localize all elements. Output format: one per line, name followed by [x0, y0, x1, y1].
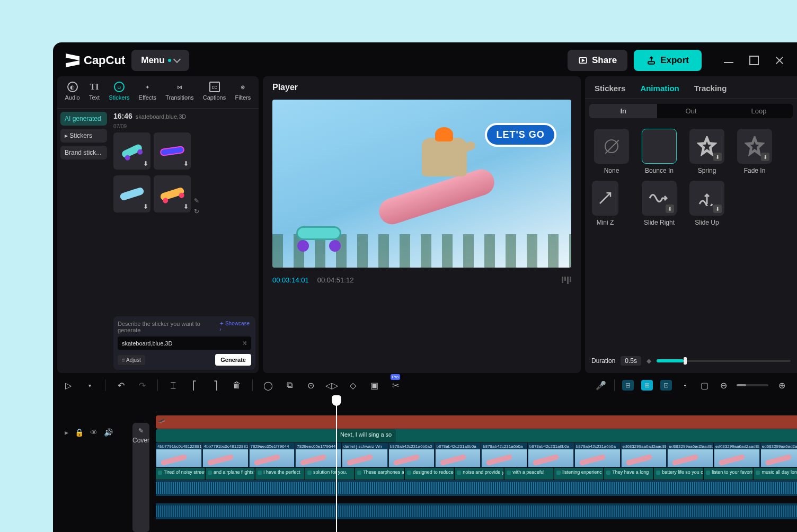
- mic-button[interactable]: 🎤: [595, 379, 607, 391]
- sticker-result[interactable]: ⬇: [154, 175, 191, 212]
- media-tab-captions[interactable]: ccCaptions: [200, 79, 229, 103]
- redo-button[interactable]: ↷: [136, 379, 148, 391]
- anim-bounce-in[interactable]: Bounce In: [637, 129, 681, 174]
- caption-clip[interactable]: battery life so you ca: [654, 468, 703, 480]
- generate-button[interactable]: Generate: [215, 354, 251, 366]
- subtab-out[interactable]: Out: [657, 104, 725, 118]
- window-minimize[interactable]: [724, 58, 733, 63]
- subtab-in[interactable]: In: [589, 104, 657, 118]
- copy-tool[interactable]: ⧉: [284, 379, 295, 391]
- zoom-out[interactable]: ⊖: [718, 379, 729, 391]
- trim-left-tool[interactable]: ⎡: [189, 379, 200, 391]
- showcase-link[interactable]: ✦ Showcase ›: [219, 321, 251, 333]
- track-visibility-icon[interactable]: 👁: [90, 428, 98, 437]
- timeline-ruler[interactable]: [156, 400, 797, 412]
- audio-track-2[interactable]: [156, 503, 797, 519]
- trim-right-tool[interactable]: ⎤: [210, 379, 222, 391]
- speed-tool[interactable]: ⊙: [305, 379, 316, 391]
- video-clip[interactable]: daniel-j-schwarz-Wn: [342, 443, 388, 467]
- align-tool[interactable]: ⫞: [679, 379, 691, 391]
- duration-value[interactable]: 0.5s: [621, 356, 641, 366]
- crop-tool[interactable]: ▣: [368, 379, 380, 391]
- download-icon[interactable]: ⬇: [143, 203, 148, 210]
- canvas-sticker[interactable]: [296, 226, 349, 247]
- subtab-loop[interactable]: Loop: [725, 104, 793, 118]
- video-clip[interactable]: b878ab42c231a6b0a: [435, 443, 481, 467]
- anim-fade-in[interactable]: ⬇ Fade In: [732, 129, 777, 174]
- selection-tool[interactable]: ▷: [63, 379, 74, 391]
- caption-clip[interactable]: with a peaceful: [504, 468, 554, 480]
- duration-stepper-icon[interactable]: ◆: [647, 357, 651, 365]
- track-mute-icon[interactable]: 🔊: [104, 428, 113, 437]
- timeline-tracks[interactable]: 🛹 Next, I will sing a so 4bb7791bc0c4812…: [156, 396, 797, 532]
- cover-button[interactable]: ✎ Cover: [132, 423, 149, 532]
- anim-spring[interactable]: ⬇ Spring: [685, 129, 729, 174]
- caption-clip[interactable]: I have the perfect: [255, 468, 305, 480]
- caption-clip[interactable]: and airplane flights?: [206, 468, 255, 480]
- video-clip[interactable]: ed683299aa6ad2aad8b3: [667, 443, 713, 467]
- caption-clip[interactable]: Tired of noisy streets: [156, 468, 205, 480]
- marker-tool[interactable]: ◯: [262, 379, 274, 391]
- player-viewport[interactable]: LET'S GO: [272, 100, 571, 268]
- snap-mode-3[interactable]: ⊡: [660, 380, 672, 391]
- generator-input[interactable]: [122, 340, 222, 347]
- media-tab-text[interactable]: TIText: [86, 79, 103, 103]
- video-clip[interactable]: ed683299aa6ad2aad8b3: [621, 443, 667, 467]
- video-clip[interactable]: 4bb7791bc0c481228811f4: [202, 443, 249, 467]
- playhead[interactable]: [336, 396, 337, 532]
- duration-slider[interactable]: [657, 360, 791, 362]
- mirror-tool[interactable]: ◁▷: [326, 379, 338, 391]
- anim-none[interactable]: None: [589, 129, 634, 174]
- split-tool[interactable]: ⌶: [167, 379, 179, 391]
- anim-slide-right[interactable]: ⬇ Slide Right: [637, 181, 681, 226]
- rotate-tool[interactable]: ◇: [347, 379, 359, 391]
- media-tab-transitions[interactable]: ⋈Transitions: [162, 79, 197, 103]
- zoom-in[interactable]: ⊕: [776, 379, 787, 391]
- caption-clip[interactable]: listening experienc: [554, 468, 604, 480]
- video-clip[interactable]: b878ab42c231a6b0a: [481, 443, 527, 467]
- caption-clip[interactable]: These earphones a: [355, 468, 404, 480]
- download-icon[interactable]: ⬇: [183, 203, 189, 210]
- text-clip[interactable]: Next, I will sing a so: [336, 429, 396, 442]
- sticker-track[interactable]: 🛹: [156, 415, 797, 429]
- tab-tracking[interactable]: Tracking: [694, 84, 727, 93]
- video-clip[interactable]: b878ab42c231a6b0a0: [388, 443, 435, 467]
- anim-mini-z[interactable]: Mini Z: [589, 181, 621, 226]
- undo-button[interactable]: ↶: [115, 379, 127, 391]
- category-ai-generated[interactable]: AI generated: [60, 112, 107, 126]
- sticker-result[interactable]: ⬇: [113, 132, 150, 170]
- sticker-result[interactable]: ⬇: [154, 132, 191, 170]
- video-track[interactable]: 4bb7791bc0c481228811f44bb7791bc0c4812288…: [156, 443, 797, 467]
- shuffle-icon[interactable]: ⤨: [242, 340, 247, 347]
- video-clip[interactable]: b878ab42c231a6b0a: [528, 443, 574, 467]
- track-lock-icon[interactable]: 🔒: [75, 428, 84, 437]
- category-brand-stickers[interactable]: Brand stick...: [60, 146, 107, 159]
- sticker-result[interactable]: ⬇: [113, 175, 150, 212]
- adjust-button[interactable]: ≡ Adjust: [118, 355, 145, 365]
- caption-clip[interactable]: designed to reduce: [405, 468, 454, 480]
- snap-mode-2[interactable]: ⊞: [641, 380, 653, 391]
- menu-button[interactable]: Menu: [131, 50, 189, 71]
- download-icon[interactable]: ⬇: [183, 160, 189, 167]
- video-clip[interactable]: b878ab42c231a6b0a: [574, 443, 621, 467]
- share-button[interactable]: Share: [568, 50, 627, 71]
- pro-tool[interactable]: Pro✂: [389, 379, 401, 391]
- track-play-icon[interactable]: ▸: [65, 428, 68, 437]
- selection-dropdown[interactable]: ▾: [84, 379, 95, 391]
- audio-levels-icon[interactable]: [562, 277, 571, 284]
- media-tab-audio[interactable]: ◐Audio: [62, 79, 83, 103]
- media-tab-filters[interactable]: ⊗Filters: [232, 79, 254, 103]
- caption-track[interactable]: Tired of noisy streetsand airplane fligh…: [156, 468, 797, 480]
- category-stickers[interactable]: ▸ Stickers: [60, 129, 107, 143]
- audio-track-1[interactable]: [156, 480, 797, 496]
- tab-animation[interactable]: Animation: [640, 84, 679, 93]
- media-tab-stickers[interactable]: ☺Stickers: [105, 79, 132, 103]
- export-button[interactable]: Export: [634, 50, 702, 71]
- zoom-slider[interactable]: [737, 384, 768, 386]
- video-clip[interactable]: 7829eec05e1f79644: [295, 443, 341, 467]
- preview-tool[interactable]: ▢: [698, 379, 710, 391]
- anim-slide-up[interactable]: ⬇ Slide Up: [685, 181, 729, 226]
- text-track[interactable]: Next, I will sing a so: [156, 429, 797, 442]
- caption-clip[interactable]: solution for you.: [305, 468, 355, 480]
- media-tab-effects[interactable]: ✦Effects: [136, 79, 160, 103]
